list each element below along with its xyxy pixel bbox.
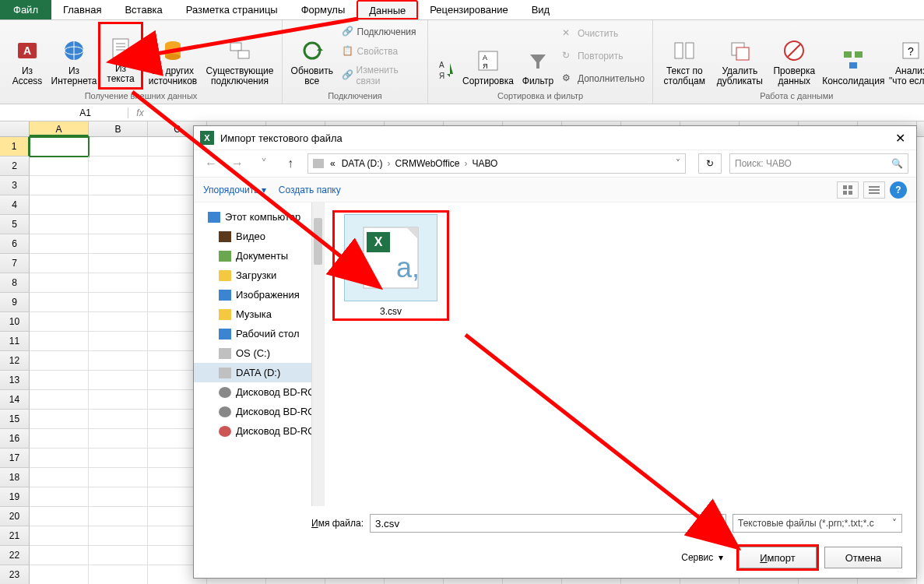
row-header[interactable]: 9 <box>0 293 30 312</box>
nav-forward-icon[interactable]: → <box>228 157 247 171</box>
tree-bd1[interactable]: Дисковод BD-RO <box>194 382 324 402</box>
cell[interactable] <box>89 546 148 565</box>
tree-bd3[interactable]: Дисковод BD-RO <box>194 421 324 441</box>
tree-downloads[interactable]: Загрузки <box>194 266 324 285</box>
row-header[interactable]: 20 <box>0 507 30 526</box>
path-root[interactable]: DATA (D:) <box>339 158 386 169</box>
scrollbar-thumb[interactable] <box>314 218 322 265</box>
row-header[interactable]: 6 <box>0 234 30 254</box>
cell[interactable] <box>30 487 89 507</box>
nav-back-icon[interactable]: ← <box>202 157 220 171</box>
row-header[interactable]: 4 <box>0 195 30 215</box>
sort-button[interactable]: АЯ Сортировка <box>459 22 517 90</box>
tab-review[interactable]: Рецензирование <box>418 0 519 19</box>
tree-os-drive[interactable]: OS (C:) <box>194 343 324 363</box>
cell[interactable] <box>30 273 89 293</box>
cell[interactable] <box>89 468 148 487</box>
tree-data-drive[interactable]: DATA (D:) <box>194 363 324 382</box>
help-button[interactable]: ? <box>890 181 907 199</box>
tree-scrollbar[interactable] <box>311 202 324 506</box>
cell[interactable] <box>89 293 148 312</box>
cell[interactable] <box>89 137 148 157</box>
tab-file[interactable]: Файл <box>0 0 51 19</box>
tab-layout[interactable]: Разметка страницы <box>174 0 290 19</box>
tab-formulas[interactable]: Формулы <box>290 0 357 19</box>
cell[interactable] <box>89 507 148 526</box>
path-prefix[interactable]: « <box>327 158 339 169</box>
tab-home[interactable]: Главная <box>51 0 113 19</box>
import-button[interactable]: Импорт <box>739 547 817 568</box>
file-area[interactable]: Xa, 3.csv <box>325 202 916 506</box>
view-list-button[interactable] <box>863 181 885 199</box>
row-header[interactable]: 3 <box>0 176 30 195</box>
cell[interactable] <box>30 507 89 526</box>
cell[interactable] <box>30 332 89 351</box>
cell[interactable] <box>30 371 89 390</box>
cell[interactable] <box>30 390 89 410</box>
cell[interactable] <box>89 371 148 390</box>
cell[interactable] <box>30 546 89 565</box>
cell[interactable] <box>89 526 148 546</box>
advanced-button[interactable]: ⚙Дополнительно <box>559 71 648 86</box>
tab-insert[interactable]: Вставка <box>113 0 174 19</box>
cell[interactable] <box>89 332 148 351</box>
row-header[interactable]: 17 <box>0 449 30 468</box>
cell[interactable] <box>89 195 148 215</box>
filetype-dropdown[interactable]: Текстовые файлы (*.prn;*.txt;*.c˅ <box>733 514 902 533</box>
row-header[interactable]: 8 <box>0 273 30 293</box>
cell[interactable] <box>89 487 148 507</box>
cell[interactable] <box>30 215 89 234</box>
connections-button[interactable]: 🔗Подключения <box>339 24 423 40</box>
cancel-button[interactable]: Отмена <box>824 547 902 568</box>
tools-dropdown[interactable]: Сервис ▾ <box>681 552 723 563</box>
filename-input[interactable] <box>370 514 726 533</box>
row-header[interactable]: 1 <box>0 137 30 157</box>
path-mid[interactable]: CRMWebOffice <box>392 158 463 169</box>
row-header[interactable]: 23 <box>0 565 30 584</box>
clear-button[interactable]: ✕Очистить <box>559 26 648 41</box>
cell[interactable] <box>30 468 89 487</box>
reapply-button[interactable]: ↻Повторить <box>559 48 648 64</box>
other-sources-button[interactable]: Из других источников <box>145 22 201 90</box>
row-header[interactable]: 7 <box>0 254 30 273</box>
cell[interactable] <box>89 565 148 584</box>
row-header[interactable]: 16 <box>0 429 30 449</box>
view-icons-button[interactable] <box>837 181 859 199</box>
row-header[interactable]: 10 <box>0 312 30 332</box>
edit-links-button[interactable]: 🔗Изменить связи <box>339 63 423 88</box>
row-header[interactable]: 22 <box>0 546 30 565</box>
from-access-button[interactable]: A Из Access <box>5 22 50 90</box>
cell[interactable] <box>89 410 148 429</box>
cell[interactable] <box>30 137 89 157</box>
cell[interactable] <box>89 429 148 449</box>
tree-bd2[interactable]: Дисковод BD-RO <box>194 402 324 421</box>
row-header[interactable]: 12 <box>0 351 30 371</box>
file-item-csv[interactable]: Xa, 3.csv <box>332 210 449 321</box>
tree-documents[interactable]: Документы <box>194 246 324 266</box>
remove-dup-button[interactable]: Удалить дубликаты <box>712 22 767 90</box>
validation-button[interactable]: Проверка данных <box>768 22 820 90</box>
cell[interactable] <box>30 195 89 215</box>
cell[interactable] <box>30 429 89 449</box>
sort-az-button[interactable]: АЯ <box>433 22 458 90</box>
new-folder-button[interactable]: Создать папку <box>279 185 341 195</box>
properties-button[interactable]: 📋Свойства <box>339 44 423 59</box>
row-header[interactable]: 21 <box>0 526 30 546</box>
row-header[interactable]: 14 <box>0 390 30 410</box>
text-to-cols-button[interactable]: Текст по столбцам <box>658 22 711 90</box>
from-web-button[interactable]: Из Интернета <box>51 22 97 90</box>
cell[interactable] <box>30 176 89 195</box>
cell[interactable] <box>30 449 89 468</box>
cell[interactable] <box>30 157 89 176</box>
cell[interactable] <box>89 215 148 234</box>
cell[interactable] <box>30 293 89 312</box>
close-icon[interactable]: ✕ <box>891 129 910 147</box>
cell[interactable] <box>89 254 148 273</box>
cell[interactable] <box>89 273 148 293</box>
row-header[interactable]: 19 <box>0 487 30 507</box>
existing-conn-button[interactable]: Существующие подключения <box>202 22 277 90</box>
organize-button[interactable]: Упорядочить ▾ <box>203 185 266 195</box>
row-header[interactable]: 13 <box>0 371 30 390</box>
tree-this-pc[interactable]: Этот компьютер <box>194 207 324 227</box>
path-leaf[interactable]: ЧАВО <box>469 158 501 169</box>
